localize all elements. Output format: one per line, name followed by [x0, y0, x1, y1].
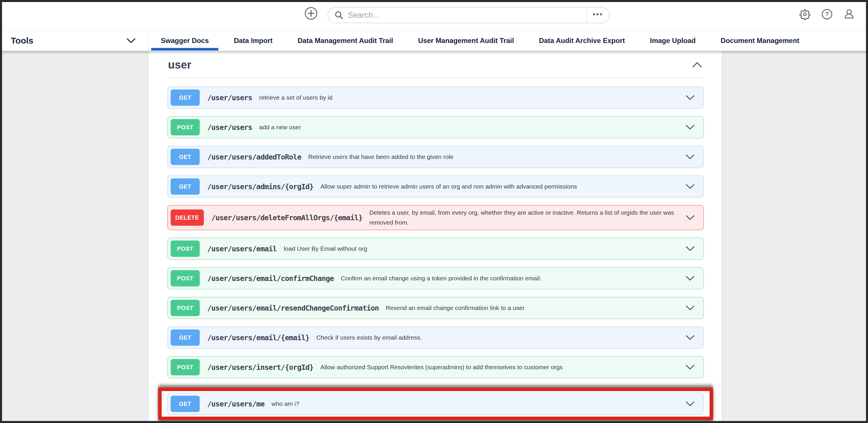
expand-button[interactable]	[685, 401, 695, 406]
active-tab-indicator	[151, 48, 218, 51]
tab-data-management-audit-trail[interactable]: Data Management Audit Trail	[285, 31, 406, 51]
chevron-down-icon	[685, 305, 695, 311]
method-badge: DELETE	[170, 209, 204, 226]
expand-button[interactable]	[685, 335, 695, 340]
method-badge: POST	[170, 270, 200, 287]
expand-button[interactable]	[685, 365, 695, 370]
endpoint-row[interactable]: POST/user/users/emailload User By Email …	[167, 238, 704, 260]
endpoint-description: Allow authorized Support Resovlerites (s…	[320, 362, 679, 372]
endpoint-path: /user/users/email/{email}	[207, 333, 309, 342]
section-header: user	[167, 54, 704, 77]
expand-button[interactable]	[685, 125, 695, 130]
method-badge: POST	[170, 359, 200, 376]
chevron-up-icon[interactable]	[692, 62, 702, 68]
add-button[interactable]	[304, 7, 318, 20]
tab-user-management-audit-trail[interactable]: User Management Audit Trail	[405, 31, 526, 51]
section-divider	[167, 77, 704, 78]
tab-image-upload[interactable]: Image Upload	[638, 31, 708, 51]
search-icon	[335, 11, 343, 20]
chevron-down-icon	[685, 246, 695, 251]
endpoint-row[interactable]: POST/user/users/email/confirmChangeConfi…	[167, 267, 704, 289]
endpoint-row[interactable]: POST/user/users/email/resendChangeConfir…	[167, 297, 704, 319]
endpoint-description: who am i?	[272, 399, 679, 409]
method-badge: GET	[170, 396, 200, 412]
highlight-annotation: GET/user/users/mewho am i?	[158, 388, 713, 420]
chevron-down-icon	[685, 95, 695, 100]
endpoint-path: /user/users/deleteFromAllOrgs/{email}	[211, 214, 363, 222]
plus-circle-icon	[304, 7, 318, 20]
endpoint-path: /user/users/me	[207, 400, 265, 408]
chevron-down-icon	[685, 365, 695, 370]
tab-data-import[interactable]: Data Import	[221, 31, 285, 51]
tab-label: User Management Audit Trail	[418, 37, 514, 45]
expand-button[interactable]	[685, 246, 695, 251]
svg-text:?: ?	[825, 11, 829, 17]
method-badge: POST	[170, 119, 200, 135]
nav-shadow	[2, 51, 866, 54]
expand-button[interactable]	[685, 184, 695, 189]
search-input[interactable]	[347, 10, 587, 20]
swagger-content: user GET/user/usersretrieve a set of use…	[149, 51, 722, 421]
endpoint-path: /user/users/email/confirmChange	[207, 274, 334, 283]
tab-label: Image Upload	[650, 37, 695, 45]
section-title: user	[168, 58, 191, 71]
expand-button[interactable]	[685, 305, 695, 311]
tab-swagger-docs[interactable]: Swagger Docs	[148, 31, 221, 51]
endpoint-row[interactable]: GET/user/users/admins/{orgId}Allow super…	[167, 175, 704, 198]
endpoint-description: Check if users exists by email address.	[316, 333, 679, 343]
search-bar: •••	[328, 7, 610, 23]
endpoint-description: retrieve a set of users by id	[259, 93, 679, 103]
expand-button[interactable]	[685, 276, 695, 281]
endpoint-description: Allow super admin to retrieve admin user…	[320, 182, 679, 191]
endpoint-description: Retrieve users that have been added to t…	[308, 152, 679, 162]
tab-bar: Swagger DocsData ImportData Management A…	[148, 31, 812, 51]
endpoint-path: /user/users/admins/{orgId}	[207, 183, 313, 191]
chevron-down-icon	[685, 154, 695, 160]
endpoint-row[interactable]: GET/user/users/mewho am i?	[167, 393, 704, 415]
method-badge: POST	[170, 300, 200, 316]
tab-label: Data Audit Archive Export	[539, 37, 625, 45]
tab-label: Document Management	[721, 37, 799, 45]
method-badge: GET	[170, 329, 200, 346]
chevron-down-icon	[685, 184, 695, 189]
endpoint-row[interactable]: GET/user/usersretrieve a set of users by…	[167, 87, 704, 109]
search-options-button[interactable]: •••	[587, 7, 609, 23]
tab-label: Data Import	[234, 37, 272, 45]
method-badge: GET	[170, 90, 200, 106]
app-window: ••• ?	[0, 0, 868, 423]
endpoint-description: add a new user	[259, 122, 679, 132]
topbar-icons: ?	[799, 8, 855, 20]
endpoint-path: /user/users	[207, 94, 252, 102]
tab-label: Swagger Docs	[161, 37, 209, 45]
endpoint-description: load User By Email without org	[284, 244, 679, 254]
endpoint-description: Confirm an email change using a token pr…	[341, 273, 679, 283]
tab-label: Data Management Audit Trail	[298, 37, 393, 45]
account-button[interactable]	[843, 8, 855, 20]
main-area: user GET/user/usersretrieve a set of use…	[2, 51, 866, 421]
endpoint-path: /user/users/insert/{orgId}	[207, 363, 313, 371]
endpoint-row[interactable]: DELETE/user/users/deleteFromAllOrgs/{ema…	[167, 205, 704, 230]
user-icon	[843, 8, 855, 20]
chevron-down-icon	[126, 38, 136, 43]
endpoint-row[interactable]: POST/user/usersadd a new user	[167, 116, 704, 138]
top-bar: ••• ?	[2, 2, 866, 31]
settings-button[interactable]	[799, 8, 811, 20]
endpoint-row[interactable]: GET/user/users/addedToRoleRetrieve users…	[167, 146, 704, 168]
nav-row: Tools Swagger DocsData ImportData Manage…	[2, 31, 866, 51]
endpoint-path: /user/users/email/resendChangeConfirmati…	[207, 304, 379, 312]
expand-button[interactable]	[685, 95, 695, 100]
expand-button[interactable]	[685, 154, 695, 160]
method-badge: GET	[170, 178, 200, 195]
expand-button[interactable]	[685, 215, 695, 220]
chevron-down-icon	[685, 335, 695, 340]
tab-document-management[interactable]: Document Management	[708, 31, 812, 51]
endpoint-row[interactable]: POST/user/users/insert/{orgId}Allow auth…	[167, 356, 704, 378]
method-badge: GET	[170, 149, 200, 165]
endpoint-path: /user/users	[207, 123, 252, 132]
tools-dropdown[interactable]: Tools	[2, 31, 148, 51]
help-button[interactable]: ?	[821, 8, 833, 20]
endpoint-row[interactable]: GET/user/users/email/{email}Check if use…	[167, 327, 704, 349]
tab-data-audit-archive-export[interactable]: Data Audit Archive Export	[526, 31, 638, 51]
tools-label: Tools	[11, 36, 33, 45]
chevron-down-icon	[685, 125, 695, 130]
